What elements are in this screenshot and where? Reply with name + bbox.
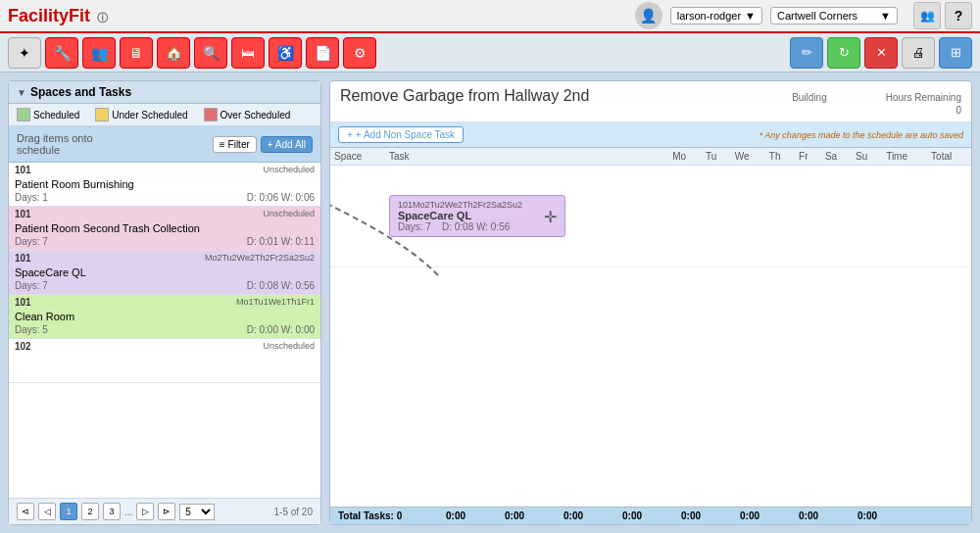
schedule-toolbar: + + Add Non Space Task * Any changes mad… (330, 122, 971, 148)
total-sa: 0:00 (720, 510, 779, 521)
help-icon[interactable]: ? (945, 2, 972, 29)
user-dropdown[interactable]: larson-rodger ▼ (670, 7, 762, 24)
col-task: Task (385, 148, 668, 166)
tasks-list: 101 Unscheduled Patient Room Burnishing … (9, 163, 320, 498)
filter-button[interactable]: ≡ Filter (213, 136, 257, 153)
task-number: 102 (15, 341, 31, 352)
scheduled-legend-box (17, 108, 30, 121)
task-number: 101 (15, 209, 31, 219)
move-icon: ✛ (544, 207, 557, 225)
task-name: Clean Room (9, 310, 320, 323)
monitor-tool-btn[interactable]: 🖥 (120, 37, 153, 69)
total-su: 0:00 (779, 510, 838, 521)
task-status: Unscheduled (263, 341, 315, 352)
col-space: Space (330, 148, 385, 166)
col-sa: Sa (821, 148, 852, 166)
task-d-val: D: 0:01 W: 0:11 (247, 236, 315, 247)
list-item[interactable]: 101 Mo1Tu1We1Th1Fr1 Clean Room Days: 5 D… (9, 295, 320, 339)
grid-tool-btn[interactable]: ⊞ (939, 37, 972, 69)
cell-space (330, 166, 385, 267)
schedule-panel: Remove Garbage from Hallway 2nd Building… (329, 80, 972, 525)
task-name: Patient Room Burnishing (9, 177, 320, 191)
filter-label: Filter (228, 139, 250, 150)
delete-tool-btn[interactable]: ✕ (864, 37, 898, 69)
users-tool-btn[interactable]: 👥 (82, 37, 116, 69)
add-all-button[interactable]: + Add All (261, 136, 313, 153)
user-name: larson-rodger (677, 10, 741, 22)
first-page-btn[interactable]: ⊲ (17, 503, 34, 520)
over-scheduled-legend: Over Scheduled (204, 108, 291, 121)
table-header-row: Space Task Mo Tu We Th Fr Sa Su Time Tot… (330, 148, 971, 166)
panel-header: ▼ Spaces and Tasks (9, 81, 320, 104)
task-name: Patient Room Second Trash Collection (9, 221, 320, 235)
location-dropdown[interactable]: Cartwell Corners ▼ (770, 7, 898, 24)
total-we: 0:00 (544, 510, 603, 521)
under-legend-box (95, 108, 109, 121)
next-page-btn[interactable]: ▷ (136, 503, 154, 520)
search-tool-btn[interactable]: 🔍 (194, 37, 227, 69)
task-d-val: D: 0:00 W: 0:00 (247, 324, 315, 335)
under-scheduled-legend: Under Scheduled (95, 108, 187, 121)
building-label: Building (792, 92, 827, 103)
document-tool-btn[interactable]: 📄 (306, 37, 339, 69)
cell-task: 101Mo2Tu2We2Th2Fr2Sa2Su2 SpaceCare QL Da… (385, 166, 668, 267)
page-1-btn[interactable]: 1 (60, 503, 77, 520)
total-tu: 0:00 (485, 510, 544, 521)
last-page-btn[interactable]: ⊳ (158, 503, 175, 520)
logo-fit: Fit (69, 6, 90, 25)
location-name: Cartwell Corners (777, 10, 858, 22)
col-th: Th (765, 148, 795, 166)
card-d-val: D: 0:08 (442, 221, 473, 232)
list-item[interactable]: 101 Unscheduled Patient Room Second Tras… (9, 207, 320, 251)
settings-tool-btn[interactable]: ⚙ (343, 37, 376, 69)
task-status: Unscheduled (263, 165, 315, 175)
legend-bar: Scheduled Under Scheduled Over Scheduled (9, 104, 320, 126)
col-fr: Fr (795, 148, 821, 166)
plus-icon: + (347, 129, 353, 140)
team-icon[interactable]: 👥 (913, 2, 941, 29)
print-tool-btn[interactable]: 🖨 (902, 37, 935, 69)
total-fr: 0:00 (662, 510, 720, 521)
app-logo: FacilityFit ⓘ (8, 6, 108, 26)
page-2-btn[interactable]: 2 (81, 503, 99, 520)
scheduled-legend: Scheduled (17, 108, 79, 121)
page-3-btn[interactable]: 3 (103, 503, 121, 520)
schedule-drag-card[interactable]: 101Mo2Tu2We2Th2Fr2Sa2Su2 SpaceCare QL Da… (389, 195, 565, 237)
list-item[interactable]: 101 Mo2Tu2We2Th2Fr2Sa2Su2 SpaceCare QL D… (9, 251, 320, 295)
task-header-5: 102 Unscheduled (9, 339, 320, 354)
edit-tool-btn[interactable]: ✏ (790, 37, 823, 69)
bed-tool-btn[interactable]: 🛏 (231, 37, 265, 69)
card-days: Days: 7 (398, 221, 431, 232)
task-details: Days: 7 D: 0:01 W: 0:11 (9, 235, 320, 250)
home-tool-btn[interactable]: 🏠 (157, 37, 190, 69)
cell-days (668, 166, 971, 267)
col-we: We (731, 148, 765, 166)
hours-remaining-label: Hours Remaining (886, 92, 961, 103)
access-tool-btn[interactable]: ♿ (269, 37, 302, 69)
add-task-label: + Add Non Space Task (356, 129, 455, 140)
card-name: SpaceCare QL (398, 210, 557, 221)
add-non-space-task-btn[interactable]: + + Add Non Space Task (338, 126, 464, 143)
task-name: SpaceCare QL (9, 266, 320, 279)
main-toolbar: ✦ 🔧 👥 🖥 🏠 🔍 🛏 ♿ 📄 ⚙ ✏ ↻ ✕ 🖨 ⊞ (0, 33, 980, 73)
schedule-table-area: Space Task Mo Tu We Th Fr Sa Su Time Tot… (330, 148, 971, 507)
star-tool-btn[interactable]: ✦ (8, 37, 41, 69)
main-content: ▼ Spaces and Tasks Scheduled Under Sched… (0, 73, 980, 533)
col-time: Time (882, 148, 927, 166)
location-arrow: ▼ (880, 10, 891, 22)
col-total: Total (927, 148, 971, 166)
prev-page-btn[interactable]: ◁ (38, 503, 56, 520)
logo-info-icon: ⓘ (97, 12, 108, 24)
task-days: Days: 5 (15, 324, 48, 335)
list-item[interactable]: 102 Unscheduled (9, 339, 320, 383)
card-header: 101Mo2Tu2We2Th2Fr2Sa2Su2 (398, 200, 557, 210)
per-page-select[interactable]: 5 10 20 (179, 504, 215, 520)
total-tasks-label: Total Tasks: 0 (338, 510, 426, 521)
refresh-tool-btn[interactable]: ↻ (827, 37, 860, 69)
user-area: 👤 larson-rodger ▼ Cartwell Corners ▼ 👥 ? (635, 2, 972, 29)
right-panel-header: Remove Garbage from Hallway 2nd Building… (330, 81, 971, 122)
app-header: FacilityFit ⓘ 👤 larson-rodger ▼ Cartwell… (0, 0, 980, 33)
collapse-icon[interactable]: ▼ (17, 87, 26, 98)
wrench-tool-btn[interactable]: 🔧 (45, 37, 78, 69)
list-item[interactable]: 101 Unscheduled Patient Room Burnishing … (9, 163, 320, 207)
